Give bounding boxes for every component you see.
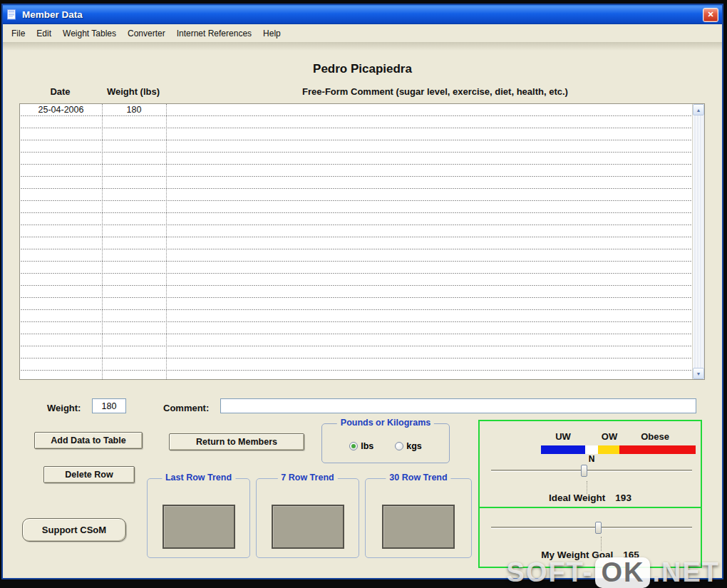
thirty-row-trend-group: 30 Row Trend [365, 478, 472, 558]
thirty-row-trend-canvas [382, 505, 455, 549]
window-title: Member Data [22, 9, 83, 20]
ideal-weight-row: Ideal Weight 193 [480, 492, 701, 503]
bmi-segment-obese [619, 445, 696, 454]
data-table[interactable]: 25-04-2006 180 ▲ ▼ [19, 103, 705, 380]
weight-goal-slider-thumb[interactable] [595, 522, 602, 534]
ideal-weight-slider-thumb[interactable] [581, 465, 587, 477]
seven-row-trend-canvas [272, 505, 344, 549]
scroll-down-icon[interactable]: ▼ [693, 368, 704, 379]
return-to-members-button[interactable]: Return to Members [169, 433, 304, 450]
watermark-net: .NET [652, 557, 720, 588]
col-header-comment: Free-Form Comment (sugar level, exercise… [165, 86, 705, 97]
menu-item-file[interactable]: File [6, 26, 31, 41]
menu-item-internet-references[interactable]: Internet References [171, 26, 257, 41]
units-groupbox: Pounds or Kilograms lbs kgs [321, 423, 450, 463]
normal-label: N [581, 454, 602, 464]
bmi-segment-overweight [598, 445, 619, 454]
column-separator-date [102, 104, 103, 379]
weight-goal-slider[interactable] [491, 527, 692, 529]
row-date-cell[interactable]: 25-04-2006 [20, 104, 102, 115]
weight-label: Weight: [47, 403, 81, 413]
menu-item-edit[interactable]: Edit [31, 26, 57, 41]
last-row-trend-canvas [163, 505, 235, 549]
weight-goal-tick [601, 537, 602, 551]
ideal-weight-value: 193 [615, 492, 631, 503]
ideal-weight-label: Ideal Weight [549, 492, 605, 503]
scrollbar-track[interactable] [693, 115, 704, 368]
radio-option-lbs[interactable]: lbs [349, 441, 373, 451]
last-row-trend-group: Last Row Trend [147, 478, 250, 558]
seven-row-trend-group: 7 Row Trend [256, 478, 359, 558]
column-separator-weight [166, 104, 167, 379]
ideal-weight-panel: UW OW Obese N Ideal Weight 193 [478, 420, 702, 508]
units-group-title: Pounds or Kilograms [337, 418, 434, 428]
comment-input[interactable] [220, 398, 696, 413]
table-scrollbar[interactable]: ▲ ▼ [692, 104, 704, 379]
menu-item-weight-tables[interactable]: Weight Tables [57, 26, 122, 41]
menu-item-converter[interactable]: Converter [122, 26, 171, 41]
close-button[interactable]: ✕ [703, 8, 718, 22]
bmi-segment-normal [585, 445, 598, 454]
table-grid [20, 104, 692, 379]
units-radio-row: lbs kgs [322, 441, 449, 451]
bmi-color-bar [541, 445, 696, 454]
row-weight-cell[interactable]: 180 [102, 104, 166, 115]
menu-item-help[interactable]: Help [257, 26, 287, 41]
radio-lbs-icon[interactable] [349, 442, 358, 450]
seven-row-trend-title: 7 Row Trend [277, 473, 337, 483]
add-data-button[interactable]: Add Data to Table [34, 432, 143, 449]
scroll-up-icon[interactable]: ▲ [693, 104, 704, 115]
radio-kgs-icon[interactable] [395, 442, 403, 450]
support-csom-button[interactable]: Support CSoM [22, 518, 126, 542]
radio-lbs-label: lbs [361, 441, 373, 451]
last-row-trend-title: Last Row Trend [162, 473, 235, 483]
thirty-row-trend-title: 30 Row Trend [386, 473, 450, 483]
obese-label: Obese [631, 431, 679, 442]
watermark-soft: SOFT- [507, 557, 594, 588]
overweight-label: OW [594, 431, 625, 442]
member-name: Pedro Picapiedra [3, 62, 722, 76]
menu-bar: File Edit Weight Tables Converter Intern… [3, 24, 722, 42]
col-header-date: Date [19, 86, 101, 97]
radio-option-kgs[interactable]: kgs [395, 441, 422, 451]
ideal-weight-slider[interactable] [491, 470, 692, 472]
weight-input[interactable] [92, 398, 126, 413]
watermark-ok: OK [595, 557, 650, 588]
watermark: SOFT- OK .NET [507, 557, 720, 588]
app-window: Member Data ✕ File Edit Weight Tables Co… [1, 4, 723, 579]
app-icon [6, 9, 18, 20]
bmi-segment-underweight [541, 445, 585, 454]
close-icon: ✕ [707, 10, 713, 19]
radio-kgs-label: kgs [406, 441, 422, 451]
col-header-weight: Weight (lbs) [101, 86, 165, 97]
comment-label: Comment: [163, 403, 209, 413]
screenshot-root: Member Data ✕ File Edit Weight Tables Co… [0, 0, 727, 588]
delete-row-button[interactable]: Delete Row [43, 466, 135, 483]
main-content: Pedro Picapiedra Date Weight (lbs) Free-… [3, 42, 722, 578]
title-bar: Member Data ✕ [3, 5, 722, 24]
underweight-label: UW [547, 431, 579, 442]
